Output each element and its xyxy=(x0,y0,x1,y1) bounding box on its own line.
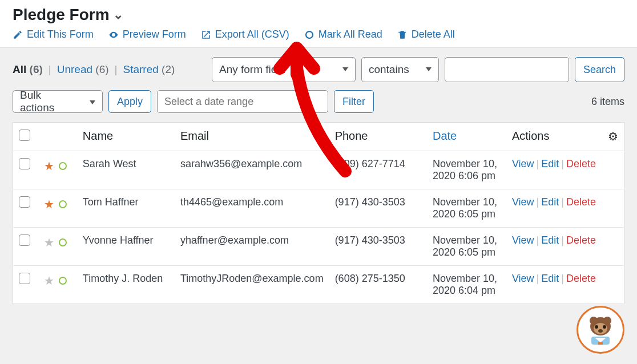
circle-icon xyxy=(304,30,315,40)
cell-date: November 10, 2020 6:04 pm xyxy=(427,266,506,304)
svg-point-6 xyxy=(598,329,603,333)
preview-form-label: Preview Form xyxy=(123,29,186,41)
cell-email: sarahw356@example.com xyxy=(175,151,329,189)
field-select[interactable]: Any form field xyxy=(212,57,356,82)
row-checkbox[interactable] xyxy=(19,234,30,246)
svg-point-7 xyxy=(590,317,598,325)
export-all-link[interactable]: Export All (CSV) xyxy=(201,29,289,41)
delete-all-label: Delete All xyxy=(412,29,455,41)
view-link[interactable]: View xyxy=(512,158,534,169)
col-email[interactable]: Email xyxy=(175,123,329,151)
edit-link[interactable]: Edit xyxy=(541,273,559,284)
row-checkbox[interactable] xyxy=(19,273,30,284)
cell-actions: View|Edit|Delete xyxy=(506,151,624,189)
cell-name: Tom Haffner xyxy=(77,189,175,228)
date-range-input[interactable] xyxy=(157,90,328,113)
view-link[interactable]: View xyxy=(512,273,534,284)
cell-name: Yvonne Haffner xyxy=(77,228,175,266)
cell-phone: (608) 275-1350 xyxy=(329,266,427,304)
cell-actions: View|Edit|Delete xyxy=(506,189,624,228)
col-name[interactable]: Name xyxy=(77,123,175,151)
select-all-checkbox[interactable] xyxy=(19,130,30,141)
gear-icon[interactable]: ⚙ xyxy=(608,130,618,143)
items-count: 6 items xyxy=(591,96,624,108)
cell-name: Timothy J. Roden xyxy=(77,266,175,304)
read-status-icon[interactable] xyxy=(59,162,67,170)
svg-rect-10 xyxy=(598,342,603,345)
cell-actions: View|Edit|Delete xyxy=(506,228,624,266)
cell-date: November 10, 2020 6:05 pm xyxy=(427,189,506,228)
table-row: ★Tom Haffnerth4465@example.com(917) 430-… xyxy=(13,189,624,228)
page-title-row[interactable]: Pledge Form ⌄ xyxy=(13,6,624,24)
delete-link[interactable]: Delete xyxy=(566,234,596,246)
star-icon[interactable]: ★ xyxy=(44,197,54,211)
edit-form-label: Edit This Form xyxy=(27,29,94,41)
read-status-icon[interactable] xyxy=(59,238,67,246)
table-row: ★Yvonne Haffneryhaffner@example.com(917)… xyxy=(13,228,624,266)
row-checkbox[interactable] xyxy=(19,158,30,169)
mark-read-link[interactable]: Mark All Read xyxy=(304,29,382,41)
edit-link[interactable]: Edit xyxy=(541,234,559,246)
delete-link[interactable]: Delete xyxy=(566,158,596,169)
svg-point-8 xyxy=(603,317,611,325)
cell-name: Sarah West xyxy=(77,151,175,189)
eye-icon xyxy=(108,30,119,40)
delete-all-link[interactable]: Delete All xyxy=(397,29,455,41)
svg-point-4 xyxy=(595,325,598,329)
help-widget[interactable] xyxy=(576,306,624,354)
col-phone[interactable]: Phone xyxy=(329,123,427,151)
svg-point-0 xyxy=(306,31,313,38)
search-button[interactable]: Search xyxy=(575,57,624,82)
star-icon[interactable]: ★ xyxy=(44,236,54,249)
filter-button[interactable]: Filter xyxy=(334,90,374,113)
read-status-icon[interactable] xyxy=(59,200,67,208)
operator-select[interactable]: contains xyxy=(361,57,439,82)
tab-unread[interactable]: Unread (6) xyxy=(57,63,109,76)
mark-read-label: Mark All Read xyxy=(318,29,382,41)
star-icon[interactable]: ★ xyxy=(44,274,54,288)
delete-link[interactable]: Delete xyxy=(566,273,596,284)
edit-form-link[interactable]: Edit This Form xyxy=(13,29,94,41)
cell-email: yhaffner@example.com xyxy=(175,228,329,266)
col-date[interactable]: Date xyxy=(427,123,506,151)
row-checkbox[interactable] xyxy=(19,196,30,208)
cell-email: th4465@example.com xyxy=(175,189,329,228)
trash-icon xyxy=(397,30,408,40)
table-row: ★Sarah Westsarahw356@example.com(209) 62… xyxy=(13,151,624,189)
view-link[interactable]: View xyxy=(512,234,534,246)
bulk-actions-select[interactable]: Bulk actions xyxy=(13,90,103,113)
edit-link[interactable]: Edit xyxy=(541,196,559,208)
delete-link[interactable]: Delete xyxy=(566,196,596,208)
page-title: Pledge Form xyxy=(13,6,110,24)
svg-point-5 xyxy=(603,325,606,329)
edit-link[interactable]: Edit xyxy=(541,158,559,169)
col-actions: Actions xyxy=(506,123,602,151)
table-row: ★Timothy J. RodenTimothyJRoden@example.c… xyxy=(13,266,624,304)
cell-phone: (209) 627-7714 xyxy=(329,151,427,189)
cell-email: TimothyJRoden@example.com xyxy=(175,266,329,304)
chevron-down-icon: ⌄ xyxy=(113,7,123,22)
preview-form-link[interactable]: Preview Form xyxy=(108,29,186,41)
export-all-label: Export All (CSV) xyxy=(215,29,289,41)
read-status-icon[interactable] xyxy=(59,277,67,285)
entries-table: Name Email Phone Date Actions ⚙ ★Sarah W… xyxy=(13,122,624,304)
cell-date: November 10, 2020 6:06 pm xyxy=(427,151,506,189)
cell-phone: (917) 430-3503 xyxy=(329,228,427,266)
search-input[interactable] xyxy=(445,57,569,82)
view-link[interactable]: View xyxy=(512,196,534,208)
mascot-icon xyxy=(582,312,619,348)
cell-phone: (917) 430-3503 xyxy=(329,189,427,228)
tab-starred[interactable]: Starred (2) xyxy=(123,63,175,76)
tab-all[interactable]: All (6) xyxy=(13,63,43,76)
cell-date: November 10, 2020 6:05 pm xyxy=(427,228,506,266)
entries-tablist: All (6) | Unread (6) | Starred (2) xyxy=(13,63,175,76)
pencil-icon xyxy=(13,30,23,40)
export-icon xyxy=(201,30,211,40)
cell-actions: View|Edit|Delete xyxy=(506,266,624,304)
header-action-links: Edit This Form Preview Form Export All (… xyxy=(13,29,624,41)
apply-button[interactable]: Apply xyxy=(108,90,151,113)
star-icon[interactable]: ★ xyxy=(44,159,54,173)
